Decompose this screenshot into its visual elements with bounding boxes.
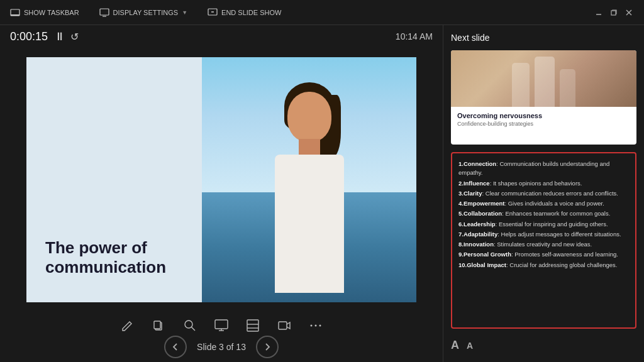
toolbar: SHOW TASKBAR DISPLAY SETTINGS ▼ END SLID… <box>0 0 644 25</box>
person-body <box>275 155 344 293</box>
bottom-controls: Slide 3 of 13 <box>0 312 443 362</box>
monitor-tool-btn[interactable] <box>211 315 231 336</box>
preview-subtitle: Confidence-building strategies <box>457 121 630 127</box>
person-figure <box>247 76 372 302</box>
pause-btn[interactable]: ⏸ <box>54 30 65 43</box>
pen-tool-btn[interactable] <box>117 315 137 336</box>
show-taskbar-label: SHOW TASKBAR <box>24 9 79 16</box>
end-slide-show-label: END SLIDE SHOW <box>221 9 281 16</box>
preview-text-area: Overcoming nervousness Confidence-buildi… <box>451 107 636 132</box>
font-controls: A A <box>451 336 636 354</box>
slide-area: 0:00:15 ⏸ ↺ 10:14 AM The power of commun… <box>0 25 443 362</box>
main-content: 0:00:15 ⏸ ↺ 10:14 AM The power of commun… <box>0 25 644 362</box>
slide-content: The power of communication <box>26 57 416 302</box>
restore-btn[interactable] <box>609 8 619 18</box>
end-icon <box>208 8 218 18</box>
elapsed-time: 0:00:15 <box>10 30 48 43</box>
next-slide-preview[interactable]: Overcoming nervousness Confidence-buildi… <box>451 50 636 145</box>
slide-title-line2: communication <box>45 258 166 277</box>
end-slide-show-btn[interactable]: END SLIDE SHOW <box>208 8 281 18</box>
svg-line-13 <box>192 327 196 331</box>
svg-rect-20 <box>279 322 287 329</box>
figure1 <box>512 63 530 107</box>
svg-point-23 <box>319 325 321 327</box>
font-increase-btn[interactable]: A <box>451 339 459 352</box>
prev-slide-btn[interactable] <box>164 336 187 358</box>
font-decrease-btn[interactable]: A <box>467 341 473 351</box>
grid-tool-btn[interactable] <box>243 315 263 336</box>
svg-rect-1 <box>11 14 19 16</box>
right-panel: Next slide Overcoming nervousness Confid… <box>443 25 644 362</box>
slide-counter: Slide 3 of 13 <box>197 342 246 352</box>
taskbar-icon <box>10 8 20 18</box>
svg-point-22 <box>315 325 317 327</box>
clock-time: 10:14 AM <box>396 31 433 41</box>
slide-left: The power of communication <box>26 57 202 302</box>
display-settings-label: DISPLAY SETTINGS <box>113 9 179 16</box>
close-btn[interactable] <box>624 8 634 18</box>
notes-box: 1.Connection: Communication builds under… <box>451 152 636 329</box>
display-settings-btn[interactable]: DISPLAY SETTINGS ▼ <box>99 8 187 18</box>
preview-image <box>451 50 636 107</box>
video-tool-btn[interactable] <box>274 315 294 336</box>
slide-title-line1: The power of <box>45 238 147 257</box>
preview-figures <box>451 53 636 107</box>
window-controls <box>594 8 634 18</box>
svg-rect-7 <box>611 11 616 15</box>
tool-row <box>117 315 326 336</box>
preview-title: Overcoming nervousness <box>457 112 630 119</box>
timer-bar: 0:00:15 ⏸ ↺ 10:14 AM <box>0 25 443 48</box>
svg-rect-17 <box>247 320 258 331</box>
person-face <box>287 92 331 142</box>
reset-btn[interactable]: ↺ <box>70 31 79 43</box>
timer-controls: ⏸ ↺ <box>54 30 79 43</box>
more-tool-btn[interactable] <box>306 315 326 336</box>
display-settings-arrow: ▼ <box>182 9 187 16</box>
nav-row: Slide 3 of 13 <box>164 336 279 358</box>
slide-frame: The power of communication <box>26 57 416 302</box>
notes-text: 1.Connection: Communication builds under… <box>458 160 629 270</box>
zoom-tool-btn[interactable] <box>180 315 200 336</box>
figure2 <box>535 57 555 107</box>
svg-rect-14 <box>215 320 228 329</box>
show-taskbar-btn[interactable]: SHOW TASKBAR <box>10 8 79 18</box>
minimize-btn[interactable] <box>594 8 604 18</box>
svg-point-12 <box>185 321 192 328</box>
svg-rect-11 <box>154 321 160 329</box>
next-slide-label: Next slide <box>451 33 636 43</box>
timer-left: 0:00:15 ⏸ ↺ <box>10 30 79 43</box>
slide-photo-area <box>202 57 416 302</box>
svg-rect-2 <box>100 9 109 15</box>
copy-tool-btn[interactable] <box>148 315 169 336</box>
svg-point-21 <box>311 325 313 327</box>
figure3 <box>560 69 575 107</box>
slide-display: The power of communication <box>0 48 443 312</box>
next-slide-btn[interactable] <box>256 336 279 358</box>
slide-title: The power of communication <box>45 238 166 277</box>
display-icon <box>99 8 109 18</box>
